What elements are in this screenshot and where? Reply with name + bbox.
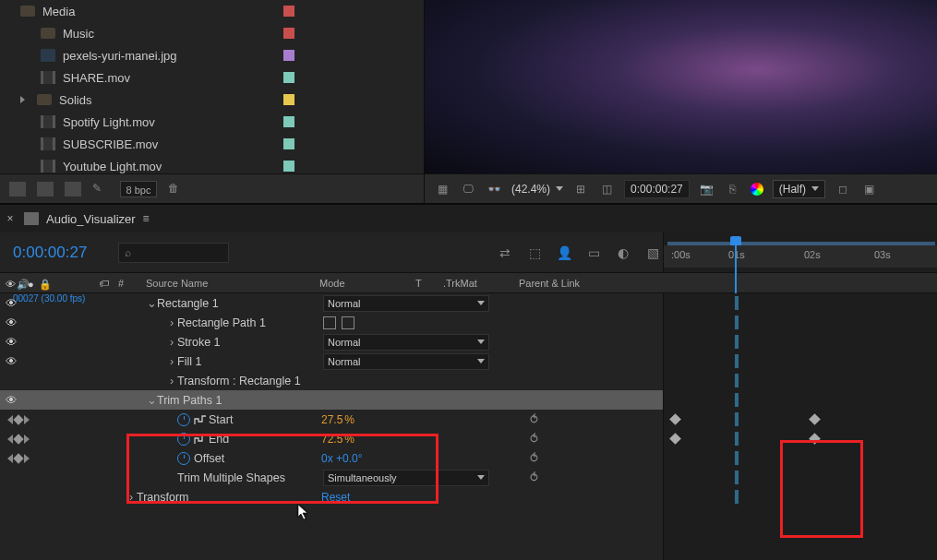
label-swatch[interactable] <box>283 50 294 61</box>
visibility-eye-icon[interactable]: 👁 <box>6 336 18 349</box>
region-icon[interactable]: ◻ <box>835 182 851 197</box>
property-value[interactable]: 0x +0.0° <box>321 452 363 465</box>
layer-row[interactable]: ›Transform : Rectangle 1 <box>0 371 663 390</box>
blend-mode-dropdown[interactable]: Normal <box>323 353 489 370</box>
time-ruler[interactable]: :00s01s02s03s <box>663 232 937 272</box>
grid-icon[interactable]: ▦ <box>434 182 450 197</box>
project-item[interactable]: SUBSCRIBE.mov <box>17 133 424 155</box>
project-item[interactable]: Youtube Light.mov <box>17 155 424 173</box>
label-swatch[interactable] <box>283 138 294 149</box>
layer-row[interactable]: End72.5%⥀ <box>0 429 663 448</box>
zoom-dropdown[interactable]: (42.4%) <box>511 183 563 196</box>
comp-tab-label[interactable]: Audio_Visualizer <box>46 212 136 226</box>
interpret-footage-icon[interactable] <box>9 182 26 197</box>
track-row[interactable] <box>664 468 937 487</box>
visibility-eye-icon[interactable]: 👁 <box>6 355 18 368</box>
label-swatch[interactable] <box>283 72 294 83</box>
layer-row[interactable]: 👁›Rectangle Path 1 <box>0 313 663 332</box>
shy-icon[interactable]: 👤 <box>554 244 574 262</box>
draft-3d-icon[interactable]: ⬚ <box>524 244 545 262</box>
project-item[interactable]: pexels-yuri-manei.jpg <box>17 44 424 66</box>
track-row[interactable] <box>664 487 937 506</box>
keyframe-nav[interactable] <box>7 415 30 424</box>
pickwhip-icon[interactable]: ⥀ <box>530 432 538 446</box>
col-mode[interactable]: Mode <box>314 273 415 292</box>
track-row[interactable] <box>664 390 937 410</box>
frame-blend-icon[interactable]: ▭ <box>583 244 604 262</box>
project-item[interactable]: Solids <box>17 89 424 111</box>
label-swatch[interactable] <box>283 6 294 17</box>
solo-icon[interactable]: ● <box>28 279 37 288</box>
layer-row[interactable]: ›TransformReset <box>0 487 663 506</box>
blend-mode-dropdown[interactable]: Simultaneously <box>323 470 489 486</box>
snapshot-icon[interactable]: 📷 <box>699 182 715 197</box>
track-row[interactable] <box>664 371 937 390</box>
pickwhip-icon[interactable]: ⥀ <box>530 412 538 426</box>
layer-row[interactable]: 👁⌄Trim Paths 1 <box>0 390 663 410</box>
transparency-grid-icon[interactable]: ▣ <box>860 182 877 197</box>
add-keyframe-icon[interactable] <box>13 453 23 463</box>
shape-direction-icon[interactable] <box>323 316 336 329</box>
property-value[interactable]: 27.5% <box>321 413 354 426</box>
preview-timecode[interactable]: 0:00:00:27 <box>624 180 690 198</box>
add-keyframe-icon[interactable] <box>13 414 23 424</box>
visibility-eye-icon[interactable]: 👁 <box>6 316 18 329</box>
col-source-name[interactable]: Source Name <box>146 273 314 292</box>
channel-icon[interactable]: ◫ <box>598 182 615 197</box>
label-icon[interactable]: 🏷 <box>99 278 109 289</box>
monitor-icon[interactable]: 🖵 <box>460 182 476 197</box>
tab-menu-icon[interactable]: ≡ <box>143 212 150 225</box>
pickwhip-icon[interactable]: ⥀ <box>530 451 538 465</box>
project-item[interactable]: Spotify Light.mov <box>17 111 424 133</box>
new-folder-icon[interactable] <box>37 182 54 197</box>
next-keyframe-icon[interactable] <box>24 435 30 444</box>
property-value[interactable]: 72.5% <box>321 433 354 446</box>
new-comp-icon[interactable] <box>65 182 81 197</box>
preview-viewport[interactable] <box>425 0 937 173</box>
track-row[interactable] <box>664 351 937 371</box>
stopwatch-icon[interactable] <box>177 413 190 426</box>
col-parent[interactable]: Parent & Link <box>513 273 661 292</box>
brush-icon[interactable]: ✎ <box>92 182 109 197</box>
layer-row[interactable]: 👁›Stroke 1Normal <box>0 332 663 351</box>
next-keyframe-icon[interactable] <box>24 454 30 463</box>
pickwhip-icon[interactable]: ⥀ <box>530 471 538 484</box>
keyframe-diamond[interactable] <box>809 413 821 425</box>
tab-close-icon[interactable]: × <box>4 212 17 225</box>
project-item[interactable]: SHARE.mov <box>17 66 424 89</box>
mask-icon[interactable]: 👓 <box>486 182 502 197</box>
keyframe-diamond[interactable] <box>669 413 681 425</box>
visibility-eye-icon[interactable]: 👁 <box>6 297 18 310</box>
keyframe-nav[interactable] <box>7 435 30 444</box>
twirl-icon[interactable]: › <box>126 491 137 504</box>
comp-mini-flowchart-icon[interactable]: ⇄ <box>495 244 515 262</box>
audio-icon[interactable]: 🔊 <box>17 279 26 288</box>
track-area[interactable] <box>663 293 937 560</box>
track-row[interactable] <box>664 429 937 448</box>
col-trkmat[interactable]: .TrkMat <box>443 273 513 292</box>
layer-row[interactable]: 👁›Fill 1Normal <box>0 351 663 371</box>
twirl-icon[interactable]: ⌄ <box>146 393 157 407</box>
twirl-icon[interactable]: › <box>166 336 177 349</box>
keyframe-diamond[interactable] <box>669 433 681 445</box>
track-row[interactable] <box>664 448 937 468</box>
add-keyframe-icon[interactable] <box>13 434 23 444</box>
graph-icon[interactable] <box>194 414 207 425</box>
track-row[interactable] <box>664 313 937 332</box>
current-timecode[interactable]: 0:00:00:27 <box>13 244 87 262</box>
safe-zones-icon[interactable]: ⊞ <box>572 182 589 197</box>
twirl-icon[interactable]: › <box>166 316 177 329</box>
label-swatch[interactable] <box>283 161 294 172</box>
next-keyframe-icon[interactable] <box>24 415 30 424</box>
show-snapshot-icon[interactable]: ⎘ <box>725 182 741 197</box>
graph-icon[interactable] <box>194 434 207 445</box>
layer-search-input[interactable]: ⌕ <box>118 243 229 263</box>
disclosure-icon[interactable] <box>20 96 26 103</box>
label-swatch[interactable] <box>283 116 294 127</box>
twirl-icon[interactable]: ⌄ <box>146 296 157 310</box>
video-eye-icon[interactable]: 👁 <box>6 279 15 288</box>
project-item[interactable]: Media <box>17 0 424 22</box>
layer-row[interactable]: Trim Multiple ShapesSimultaneously⥀ <box>0 468 663 487</box>
layer-row[interactable]: Offset0x +0.0°⥀ <box>0 448 663 468</box>
track-row[interactable] <box>664 410 937 429</box>
